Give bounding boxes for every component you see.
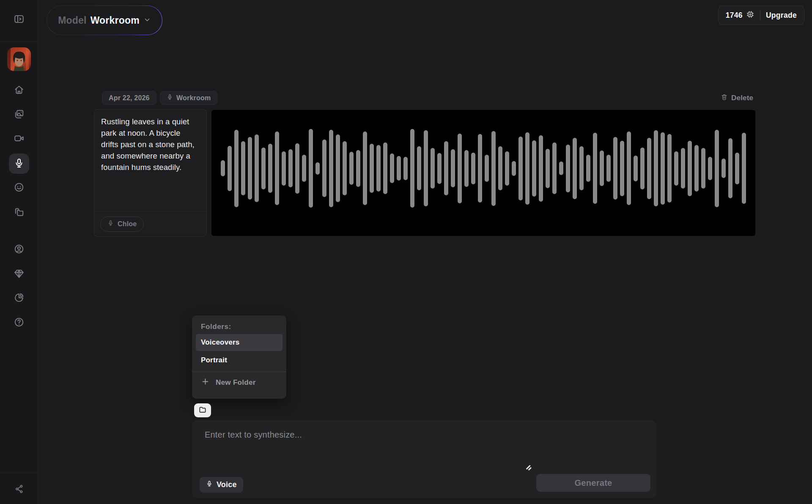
clip-date-badge: Apr 22, 2026	[102, 91, 156, 105]
clip-date: Apr 22, 2026	[109, 94, 150, 102]
waveform-bar	[735, 153, 739, 184]
plus-icon	[201, 378, 209, 388]
waveform-bar	[708, 157, 712, 180]
waveform-bar	[322, 140, 326, 197]
resize-grip[interactable]	[525, 464, 532, 471]
waveform-bar	[539, 135, 543, 202]
waveform-bar	[613, 137, 617, 200]
waveform-bar	[471, 153, 475, 184]
microphone-icon	[107, 220, 114, 228]
waveform-bar	[288, 149, 293, 187]
help-icon	[14, 317, 25, 329]
microphone-icon	[206, 480, 213, 489]
sidebar-item-images[interactable]	[11, 107, 27, 122]
share-button[interactable]	[11, 482, 27, 497]
waveform-bar	[241, 141, 245, 195]
sidebar-item-usage[interactable]	[11, 290, 27, 306]
waveform-bar	[742, 133, 746, 204]
waveform-bar	[275, 131, 279, 205]
folder-icon	[198, 405, 207, 415]
model-selector[interactable]: Model Workroom	[47, 5, 162, 35]
waveform-bar	[282, 151, 286, 186]
divider	[760, 10, 760, 21]
clip-text: Rustling leaves in a quiet park at noon.…	[94, 110, 206, 179]
waveform-bar	[518, 137, 523, 200]
folders-menu-title: Folders:	[201, 323, 286, 331]
waveform-bar	[620, 141, 624, 196]
images-icon	[14, 109, 25, 121]
waveform[interactable]	[211, 110, 755, 236]
waveform-bar	[674, 151, 678, 186]
waveform-bar	[329, 130, 333, 207]
waveform-bar	[309, 129, 313, 208]
sidebar-item-video[interactable]	[11, 131, 27, 146]
sidebar-item-folders[interactable]	[11, 205, 27, 220]
clip-type-label: Workroom	[176, 94, 211, 102]
waveform-bar	[634, 156, 638, 181]
waveform-bar	[491, 131, 496, 206]
sidebar-item-voice-active[interactable]	[9, 153, 29, 174]
new-folder-label: New Folder	[216, 378, 256, 387]
waveform-bar	[397, 156, 401, 181]
upgrade-button[interactable]: Upgrade	[766, 11, 797, 20]
clip-voice-badge[interactable]: Chloe	[100, 216, 144, 232]
waveform-bar	[566, 145, 570, 192]
waveform-bar	[221, 160, 225, 176]
model-label: Model	[58, 15, 86, 26]
waveform-bar	[600, 151, 604, 186]
waveform-bar	[485, 155, 489, 182]
home-icon	[14, 84, 25, 96]
video-camera-icon	[14, 133, 25, 145]
sidebar-item-account[interactable]	[11, 242, 27, 257]
delete-label: Delete	[731, 94, 753, 102]
voice-select-button[interactable]: Voice	[200, 477, 243, 493]
sidebar-item-home[interactable]	[11, 82, 27, 98]
waveform-bar	[667, 134, 672, 203]
generate-button[interactable]: Generate	[536, 474, 650, 492]
waveform-bar	[647, 138, 651, 199]
panel-toggle-icon	[14, 14, 25, 26]
folders-menu: Folders: Voiceovers Portrait New Folder	[192, 315, 286, 399]
waveform-bar	[363, 131, 367, 205]
composer: Voice Generate	[192, 420, 656, 498]
pie-chart-icon	[14, 292, 25, 304]
sidebar-divider	[0, 41, 38, 41]
waveform-bar	[681, 148, 685, 189]
sidebar-item-emotes[interactable]	[11, 180, 27, 195]
chevron-down-icon	[143, 14, 151, 26]
waveform-bar	[451, 149, 455, 187]
waveform-bar	[654, 130, 658, 206]
waveform-bar	[336, 134, 340, 202]
waveform-bar	[586, 155, 590, 182]
credits-counter[interactable]: 1746	[726, 10, 754, 21]
waveform-bar	[694, 145, 699, 192]
voice-button-label: Voice	[217, 480, 237, 489]
sidebar-item-help[interactable]	[11, 315, 27, 330]
waveform-bar	[349, 152, 354, 185]
waveform-bar	[478, 134, 482, 203]
waveform-bar	[701, 148, 705, 189]
folder-item-portrait[interactable]: Portrait	[196, 352, 283, 369]
collapse-sidebar-button[interactable]	[11, 12, 27, 27]
waveform-bar	[458, 134, 462, 203]
waveform-bar	[525, 132, 529, 205]
account-icon	[14, 244, 25, 256]
synthesize-text-input[interactable]	[197, 423, 535, 470]
waveform-bar	[505, 151, 509, 186]
folder-item-voiceovers[interactable]: Voiceovers	[196, 334, 283, 351]
waveform-bar	[573, 138, 577, 199]
app-root: Model Workroom 1746 Upgrade Apr 22, 2026…	[0, 0, 812, 504]
folder-picker-button[interactable]	[194, 403, 211, 417]
waveform-bar	[417, 146, 421, 190]
sidebar-item-premium[interactable]	[11, 266, 27, 282]
user-avatar[interactable]	[7, 47, 31, 71]
waveform-bar	[532, 140, 536, 197]
waveform-bar	[437, 153, 442, 184]
waveform-bar	[688, 141, 692, 196]
waveform-bar	[606, 155, 611, 182]
new-folder-button[interactable]: New Folder	[192, 372, 286, 393]
waveform-bar	[295, 143, 299, 194]
delete-button[interactable]: Delete	[721, 93, 753, 104]
waveform-bar	[343, 141, 347, 195]
waveform-bar	[410, 129, 414, 208]
